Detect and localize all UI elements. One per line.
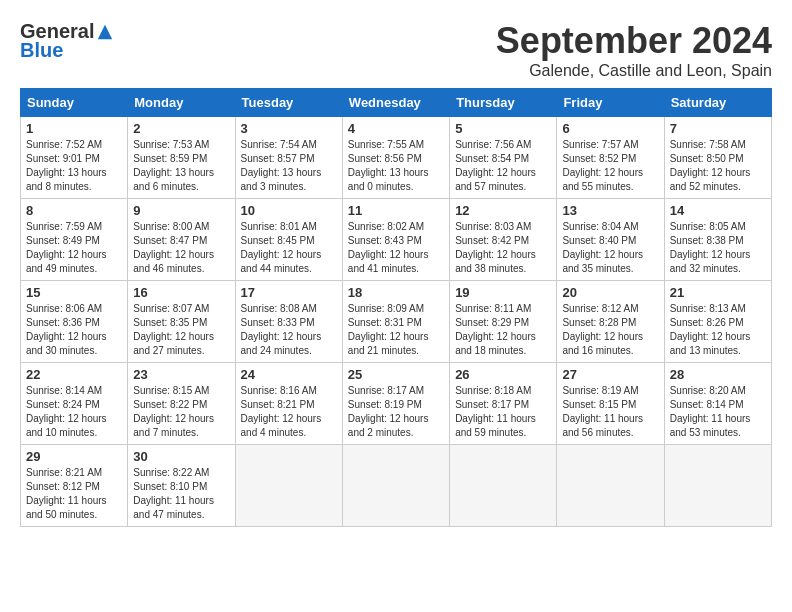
day-number: 6 [562,121,658,136]
calendar-day-cell: 4Sunrise: 7:55 AMSunset: 8:56 PMDaylight… [342,117,449,199]
weekday-row: SundayMondayTuesdayWednesdayThursdayFrid… [21,89,772,117]
location: Galende, Castille and Leon, Spain [496,62,772,80]
day-number: 19 [455,285,551,300]
calendar-day-cell: 30Sunrise: 8:22 AMSunset: 8:10 PMDayligh… [128,445,235,527]
day-number: 9 [133,203,229,218]
calendar-day-cell: 7Sunrise: 7:58 AMSunset: 8:50 PMDaylight… [664,117,771,199]
logo-icon [96,23,114,41]
calendar-week-row: 15Sunrise: 8:06 AMSunset: 8:36 PMDayligh… [21,281,772,363]
calendar-day-cell [342,445,449,527]
calendar-day-cell: 28Sunrise: 8:20 AMSunset: 8:14 PMDayligh… [664,363,771,445]
day-number: 22 [26,367,122,382]
day-info: Sunrise: 8:19 AMSunset: 8:15 PMDaylight:… [562,384,658,440]
day-number: 7 [670,121,766,136]
day-number: 28 [670,367,766,382]
calendar-day-cell: 21Sunrise: 8:13 AMSunset: 8:26 PMDayligh… [664,281,771,363]
calendar-day-cell: 5Sunrise: 7:56 AMSunset: 8:54 PMDaylight… [450,117,557,199]
day-info: Sunrise: 8:00 AMSunset: 8:47 PMDaylight:… [133,220,229,276]
calendar-day-cell: 13Sunrise: 8:04 AMSunset: 8:40 PMDayligh… [557,199,664,281]
day-number: 3 [241,121,337,136]
calendar-day-cell: 2Sunrise: 7:53 AMSunset: 8:59 PMDaylight… [128,117,235,199]
day-number: 26 [455,367,551,382]
calendar-table: SundayMondayTuesdayWednesdayThursdayFrid… [20,88,772,527]
calendar-day-cell: 3Sunrise: 7:54 AMSunset: 8:57 PMDaylight… [235,117,342,199]
calendar-week-row: 1Sunrise: 7:52 AMSunset: 9:01 PMDaylight… [21,117,772,199]
day-number: 8 [26,203,122,218]
day-number: 10 [241,203,337,218]
calendar-body: 1Sunrise: 7:52 AMSunset: 9:01 PMDaylight… [21,117,772,527]
day-info: Sunrise: 7:59 AMSunset: 8:49 PMDaylight:… [26,220,122,276]
calendar-day-cell: 26Sunrise: 8:18 AMSunset: 8:17 PMDayligh… [450,363,557,445]
calendar-day-cell: 8Sunrise: 7:59 AMSunset: 8:49 PMDaylight… [21,199,128,281]
weekday-header: Sunday [21,89,128,117]
day-info: Sunrise: 8:04 AMSunset: 8:40 PMDaylight:… [562,220,658,276]
day-number: 12 [455,203,551,218]
weekday-header: Tuesday [235,89,342,117]
calendar-day-cell: 6Sunrise: 7:57 AMSunset: 8:52 PMDaylight… [557,117,664,199]
svg-marker-0 [98,24,112,38]
day-number: 24 [241,367,337,382]
day-info: Sunrise: 8:07 AMSunset: 8:35 PMDaylight:… [133,302,229,358]
day-info: Sunrise: 8:21 AMSunset: 8:12 PMDaylight:… [26,466,122,522]
calendar-header: SundayMondayTuesdayWednesdayThursdayFrid… [21,89,772,117]
weekday-header: Thursday [450,89,557,117]
day-number: 2 [133,121,229,136]
day-number: 20 [562,285,658,300]
calendar-day-cell: 25Sunrise: 8:17 AMSunset: 8:19 PMDayligh… [342,363,449,445]
calendar-week-row: 29Sunrise: 8:21 AMSunset: 8:12 PMDayligh… [21,445,772,527]
day-number: 4 [348,121,444,136]
day-info: Sunrise: 8:12 AMSunset: 8:28 PMDaylight:… [562,302,658,358]
day-number: 29 [26,449,122,464]
day-info: Sunrise: 8:06 AMSunset: 8:36 PMDaylight:… [26,302,122,358]
weekday-header: Saturday [664,89,771,117]
day-info: Sunrise: 8:01 AMSunset: 8:45 PMDaylight:… [241,220,337,276]
calendar-day-cell [664,445,771,527]
logo-blue-text: Blue [20,39,63,62]
calendar-week-row: 8Sunrise: 7:59 AMSunset: 8:49 PMDaylight… [21,199,772,281]
day-info: Sunrise: 8:20 AMSunset: 8:14 PMDaylight:… [670,384,766,440]
calendar-day-cell: 10Sunrise: 8:01 AMSunset: 8:45 PMDayligh… [235,199,342,281]
weekday-header: Monday [128,89,235,117]
day-number: 13 [562,203,658,218]
day-info: Sunrise: 7:52 AMSunset: 9:01 PMDaylight:… [26,138,122,194]
calendar-week-row: 22Sunrise: 8:14 AMSunset: 8:24 PMDayligh… [21,363,772,445]
calendar-day-cell: 16Sunrise: 8:07 AMSunset: 8:35 PMDayligh… [128,281,235,363]
day-info: Sunrise: 7:58 AMSunset: 8:50 PMDaylight:… [670,138,766,194]
calendar-day-cell: 15Sunrise: 8:06 AMSunset: 8:36 PMDayligh… [21,281,128,363]
calendar-day-cell [450,445,557,527]
weekday-header: Wednesday [342,89,449,117]
calendar-day-cell: 9Sunrise: 8:00 AMSunset: 8:47 PMDaylight… [128,199,235,281]
day-info: Sunrise: 8:05 AMSunset: 8:38 PMDaylight:… [670,220,766,276]
calendar-day-cell: 18Sunrise: 8:09 AMSunset: 8:31 PMDayligh… [342,281,449,363]
day-info: Sunrise: 8:02 AMSunset: 8:43 PMDaylight:… [348,220,444,276]
day-info: Sunrise: 8:16 AMSunset: 8:21 PMDaylight:… [241,384,337,440]
calendar-day-cell: 27Sunrise: 8:19 AMSunset: 8:15 PMDayligh… [557,363,664,445]
day-number: 27 [562,367,658,382]
calendar-day-cell [557,445,664,527]
day-info: Sunrise: 8:18 AMSunset: 8:17 PMDaylight:… [455,384,551,440]
day-info: Sunrise: 7:56 AMSunset: 8:54 PMDaylight:… [455,138,551,194]
calendar-day-cell: 1Sunrise: 7:52 AMSunset: 9:01 PMDaylight… [21,117,128,199]
day-number: 25 [348,367,444,382]
day-number: 16 [133,285,229,300]
calendar-day-cell: 23Sunrise: 8:15 AMSunset: 8:22 PMDayligh… [128,363,235,445]
page-header: General Blue September 2024 Galende, Cas… [20,20,772,80]
day-number: 21 [670,285,766,300]
day-info: Sunrise: 8:17 AMSunset: 8:19 PMDaylight:… [348,384,444,440]
calendar-day-cell: 24Sunrise: 8:16 AMSunset: 8:21 PMDayligh… [235,363,342,445]
calendar-day-cell [235,445,342,527]
day-info: Sunrise: 8:14 AMSunset: 8:24 PMDaylight:… [26,384,122,440]
day-number: 23 [133,367,229,382]
calendar-day-cell: 11Sunrise: 8:02 AMSunset: 8:43 PMDayligh… [342,199,449,281]
day-number: 11 [348,203,444,218]
day-info: Sunrise: 8:13 AMSunset: 8:26 PMDaylight:… [670,302,766,358]
calendar-day-cell: 22Sunrise: 8:14 AMSunset: 8:24 PMDayligh… [21,363,128,445]
weekday-header: Friday [557,89,664,117]
month-title: September 2024 [496,20,772,62]
calendar-day-cell: 29Sunrise: 8:21 AMSunset: 8:12 PMDayligh… [21,445,128,527]
day-info: Sunrise: 8:09 AMSunset: 8:31 PMDaylight:… [348,302,444,358]
calendar-day-cell: 20Sunrise: 8:12 AMSunset: 8:28 PMDayligh… [557,281,664,363]
calendar-day-cell: 14Sunrise: 8:05 AMSunset: 8:38 PMDayligh… [664,199,771,281]
title-block: September 2024 Galende, Castille and Leo… [496,20,772,80]
day-info: Sunrise: 7:57 AMSunset: 8:52 PMDaylight:… [562,138,658,194]
